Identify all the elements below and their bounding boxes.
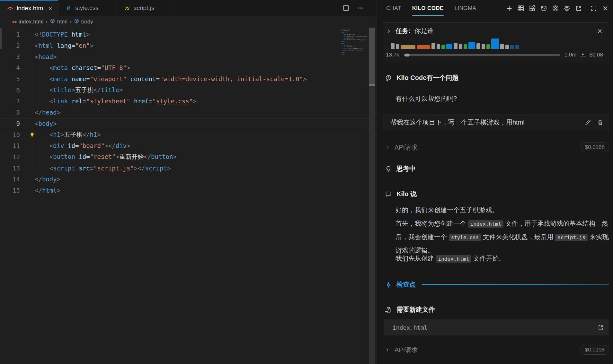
task-title: 你是谁 (414, 27, 434, 35)
editor-scrollbar[interactable] (369, 28, 375, 364)
tab-close-icon[interactable] (47, 5, 54, 12)
code-text: <title>五子棋</title> (35, 86, 123, 94)
breadcrumb-item-index.html[interactable]: <>index.html (12, 19, 43, 25)
usage-bar-14 (486, 44, 490, 49)
breadcrumb-label: body (81, 19, 93, 25)
expand-icon[interactable] (588, 4, 600, 13)
code-text: </body> (341, 52, 345, 53)
code-line-15: 15</html> (0, 185, 369, 196)
line-number: 5 (0, 75, 20, 82)
question-bubble-icon: ? (385, 74, 392, 82)
close-icon[interactable] (600, 4, 611, 13)
code-text: </head> (35, 109, 60, 116)
inline-code: index.html (436, 255, 471, 263)
kilo-paragraph-2: 首先，我将为您创建一个 index.html 文件，用于承载游戏的基本结构。然后… (395, 217, 609, 257)
panel-tab-chat[interactable]: CHAT (386, 0, 401, 17)
checkpoint-row: 检查点 (377, 280, 613, 289)
code-text: <div id="board"></div> (35, 142, 130, 149)
line-number: 4 (0, 64, 20, 71)
symbol-cube-icon (50, 18, 55, 25)
line-number: 6 (0, 87, 20, 94)
code-text: <div id="board"></div> (341, 47, 356, 48)
code-text: <meta charset="UTF-8"> (341, 34, 356, 35)
usage-bar-3 (417, 45, 430, 49)
api-cost-badge: $0.0168 (581, 143, 609, 152)
tokens-max: 1.0m (564, 52, 577, 58)
usage-bar-18 (510, 45, 514, 49)
panel-tab-kilo-code[interactable]: KILO CODE (412, 0, 444, 17)
usage-bar-8 (454, 43, 458, 49)
editor-actions (342, 0, 364, 16)
line-number: 8 (0, 109, 20, 116)
breadcrumb-item-html[interactable]: html (50, 18, 67, 25)
code-text: <script src="script.js"></script> (35, 165, 171, 172)
open-file-external-icon[interactable] (598, 324, 604, 331)
usage-bar-11 (468, 42, 475, 49)
code-text: <!DOCTYPE html> (341, 29, 350, 30)
open-external-icon[interactable] (573, 4, 584, 13)
task-close-icon[interactable] (597, 28, 603, 34)
code-text: <meta name="viewport" content="width=dev… (35, 75, 307, 82)
minimap[interactable]: <!DOCTYPE html><html lang="en"><head> <m… (341, 28, 368, 86)
more-actions-icon[interactable] (357, 4, 364, 12)
checkpoint-label[interactable]: 检查点 (396, 280, 416, 289)
edit-pencil-icon[interactable] (584, 119, 591, 126)
code-text: <meta charset="UTF-8"> (35, 64, 130, 71)
lightbulb-icon[interactable] (29, 132, 35, 138)
breadcrumb-item-body[interactable]: body (74, 18, 93, 25)
usage-bar-4 (431, 43, 435, 49)
kilo-says-title: Kilo 说 (396, 190, 417, 198)
code-text: <button id="reset">重新开始</button> (35, 153, 177, 161)
settings-icon[interactable] (561, 4, 573, 13)
question-title: Kilo Code有一个问题 (396, 74, 458, 82)
code-editor[interactable]: 1<!DOCTYPE html>2<html lang="en">3<head>… (0, 28, 377, 364)
code-line-5: 5 <meta name="viewport" content="width=d… (0, 74, 369, 85)
checkpoint-divider (422, 284, 609, 285)
token-usage-bars (391, 38, 603, 49)
vscode-window: <>index.html#style.cssJSscript.js <>inde… (0, 0, 613, 364)
usage-bar-15 (491, 39, 499, 49)
line-number: 11 (0, 142, 20, 149)
usage-bar-12 (476, 43, 480, 49)
prompts-icon[interactable] (515, 4, 527, 13)
breadcrumb-separator: › (70, 19, 72, 25)
code-text: <button id="reset">重新开始</button> (341, 48, 364, 49)
slider-handle[interactable] (404, 54, 410, 56)
code-line-6: 6 <title>五子棋</title> (0, 84, 369, 96)
new-file-section-header: 需要新建文件 (377, 305, 613, 314)
svg-text:?: ? (387, 76, 389, 79)
icon-divider (586, 4, 586, 12)
thinking-title: 思考中 (396, 164, 416, 173)
new-task-icon[interactable] (503, 4, 515, 13)
marketplace-icon[interactable] (527, 4, 538, 13)
editor-tab-script.js[interactable]: JSscript.js (117, 0, 175, 16)
breadcrumb-label: html (57, 19, 67, 25)
api-request-row-2[interactable]: API请求 $0.0198 (377, 345, 613, 355)
tab-label: script.js (134, 4, 171, 12)
chevron-right-icon (385, 145, 390, 150)
scrollbar-thumb[interactable] (369, 28, 375, 85)
account-icon[interactable] (550, 4, 561, 13)
split-editor-icon[interactable] (342, 4, 350, 12)
context-slider[interactable] (404, 54, 560, 56)
history-icon[interactable] (538, 4, 550, 13)
new-file-title: 需要新建文件 (396, 305, 435, 314)
editor-tab-index.html[interactable]: <>index.html (0, 0, 58, 16)
delete-trash-icon[interactable] (597, 119, 604, 126)
code-line-1: 1<!DOCTYPE html> (0, 29, 369, 40)
user-message-box[interactable]: 帮我在这个项目下，写一个五子棋游戏，用html (384, 115, 609, 130)
usage-bar-7 (446, 44, 452, 49)
code-line-2: 2<html lang="en"> (0, 40, 369, 51)
condense-context-icon[interactable] (580, 52, 586, 58)
chevron-right-icon[interactable] (386, 28, 392, 34)
kilo-paragraph-3: 我们先从创建 index.html 文件开始。 (395, 254, 609, 264)
editor-tab-style.css[interactable]: #style.css (58, 0, 117, 16)
code-line-15: </html> (341, 53, 368, 55)
new-file-item[interactable]: index.html (384, 319, 609, 335)
panel-tab-lingma[interactable]: LINGMA (455, 0, 476, 17)
task-card: 任务: 你是谁 13.7k 1.0m $0.08 (382, 22, 609, 64)
inline-code: script.js (555, 234, 588, 241)
thinking-section-header: 思考中 (377, 164, 613, 173)
panel-tab-bar: CHATKILO CODELINGMA (377, 0, 476, 17)
api-request-row-1[interactable]: API请求 $0.0168 (377, 143, 613, 152)
